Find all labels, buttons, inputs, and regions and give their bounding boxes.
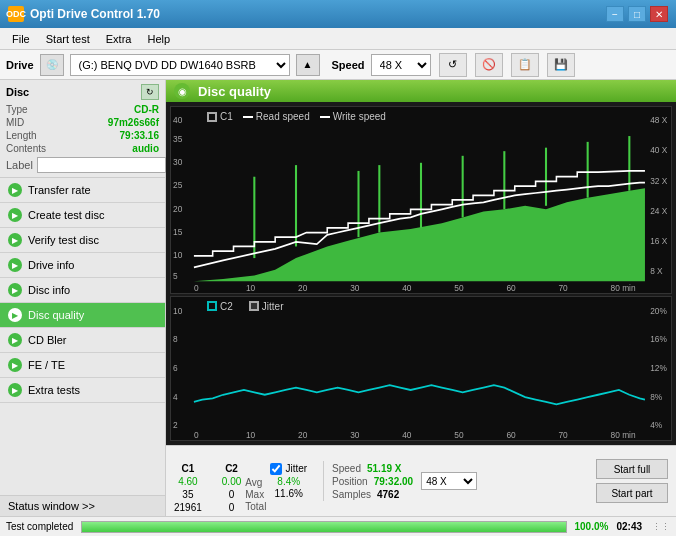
app-icon: ODC [8,6,24,22]
nav-transfer-rate[interactable]: ▶ Transfer rate [0,178,165,203]
total-c2: 0 [222,502,241,513]
nav-disc-quality[interactable]: ▶ Disc quality [0,303,165,328]
bottom-chart-svg: 10 8 6 4 2 20% 16% 12% 8% 4% 0 10 20 30 [171,297,671,440]
svg-text:48 X: 48 X [650,115,667,126]
jitter-legend-label: Jitter [262,301,284,312]
svg-text:20: 20 [298,282,307,293]
nav-verify-test-disc[interactable]: ▶ Verify test disc [0,228,165,253]
c2-legend-dot [207,301,217,311]
svg-text:8%: 8% [650,391,662,402]
stats-speed-select[interactable]: 8 X 16 X 32 X 48 X [421,472,477,490]
svg-text:70: 70 [559,429,568,440]
svg-text:70: 70 [559,282,568,293]
bottom-chart: C2 Jitter 10 8 6 4 2 20% 16% [170,296,672,441]
nav-cd-bler[interactable]: ▶ CD Bler [0,328,165,353]
svg-text:0: 0 [194,282,199,293]
svg-text:20: 20 [298,429,307,440]
svg-text:8: 8 [173,334,178,345]
menu-help[interactable]: Help [139,31,178,47]
start-full-button[interactable]: Start full [596,459,668,479]
svg-text:40: 40 [402,429,411,440]
progress-percentage: 100.0% [575,521,609,532]
read-speed-legend-line [243,116,253,118]
nav-create-test-disc[interactable]: ▶ Create test disc [0,203,165,228]
menu-start-test[interactable]: Start test [38,31,98,47]
top-chart-svg: 40 35 30 25 20 15 10 5 48 X 40 X 32 X 24… [171,107,671,293]
nav-extra-tests-label: Extra tests [28,384,80,396]
status-window-link[interactable]: Status window >> [0,495,165,516]
samples-label: Samples [332,489,371,500]
read-speed-legend-label: Read speed [256,111,310,122]
nav-disc-quality-label: Disc quality [28,309,84,321]
refresh-button[interactable]: ↺ [439,53,467,77]
speed-value: 51.19 X [367,463,401,474]
mid-value: 97m26s66f [108,117,159,128]
svg-text:12%: 12% [650,362,667,373]
erase-button[interactable]: 🚫 [475,53,503,77]
disc-quality-icon: ▶ [8,308,22,322]
save-button[interactable]: 💾 [547,53,575,77]
speed-select[interactable]: 8 X 16 X 32 X 48 X [371,54,431,76]
disc-panel: Disc ↻ Type CD-R MID 97m26s66f Length 79… [0,80,165,178]
menu-file[interactable]: File [4,31,38,47]
start-part-button[interactable]: Start part [596,483,668,503]
sidebar: Disc ↻ Type CD-R MID 97m26s66f Length 79… [0,80,166,516]
svg-text:24 X: 24 X [650,205,667,216]
disc-panel-title: Disc [6,86,29,98]
svg-text:60: 60 [506,429,515,440]
svg-text:50: 50 [454,282,463,293]
svg-text:32 X: 32 X [650,175,667,186]
minimize-button[interactable]: − [606,6,624,22]
drive-select[interactable]: (G:) BENQ DVD DD DW1640 BSRB [70,54,290,76]
svg-text:30: 30 [350,429,359,440]
label-input[interactable] [37,157,166,173]
extra-tests-icon: ▶ [8,383,22,397]
svg-text:80 min: 80 min [611,429,636,440]
svg-text:10: 10 [246,282,255,293]
svg-text:30: 30 [173,157,182,168]
svg-marker-23 [194,188,645,281]
bottom-legend: C2 Jitter [201,299,289,314]
chart-header-icon: ◉ [174,83,190,99]
maximize-button[interactable]: □ [628,6,646,22]
avg-c2: 0.00 [222,476,241,487]
svg-text:10: 10 [173,305,182,316]
close-button[interactable]: ✕ [650,6,668,22]
content-area: ◉ Disc quality C1 Read speed [166,80,676,516]
svg-text:10: 10 [246,429,255,440]
fe-te-icon: ▶ [8,358,22,372]
contents-value: audio [132,143,159,154]
svg-text:16%: 16% [650,334,667,345]
nav-drive-info[interactable]: ▶ Drive info [0,253,165,278]
c1-legend-dot [207,112,217,122]
svg-text:25: 25 [173,180,182,191]
length-label: Length [6,130,37,141]
verify-test-disc-icon: ▶ [8,233,22,247]
nav-disc-info[interactable]: ▶ Disc info [0,278,165,303]
status-text: Test completed [6,521,73,532]
svg-text:5: 5 [173,271,178,282]
jitter-checkbox[interactable] [270,463,282,475]
svg-text:40: 40 [173,115,182,126]
c2-legend-label: C2 [220,301,233,312]
type-value: CD-R [134,104,159,115]
c1-legend-label: C1 [220,111,233,122]
nav-fe-te[interactable]: ▶ FE / TE [0,353,165,378]
svg-text:35: 35 [173,133,182,144]
elapsed-time: 02:43 [616,521,642,532]
svg-text:4%: 4% [650,420,662,431]
eject-button[interactable]: ▲ [296,54,320,76]
menu-extra[interactable]: Extra [98,31,140,47]
nav-transfer-rate-label: Transfer rate [28,184,91,196]
top-legend: C1 Read speed Write speed [201,109,392,124]
jitter-checkbox-row[interactable]: Jitter [270,463,307,475]
nav-extra-tests[interactable]: ▶ Extra tests [0,378,165,403]
avg-label: Avg [245,477,266,488]
charts-container: C1 Read speed Write speed 40 35 30 [166,102,676,445]
drive-icon-btn[interactable]: 💿 [40,54,64,76]
write-speed-legend-line [320,116,330,118]
nav-cd-bler-label: CD Bler [28,334,67,346]
disc-refresh-button[interactable]: ↻ [141,84,159,100]
svg-text:60: 60 [506,282,515,293]
copy-button[interactable]: 📋 [511,53,539,77]
